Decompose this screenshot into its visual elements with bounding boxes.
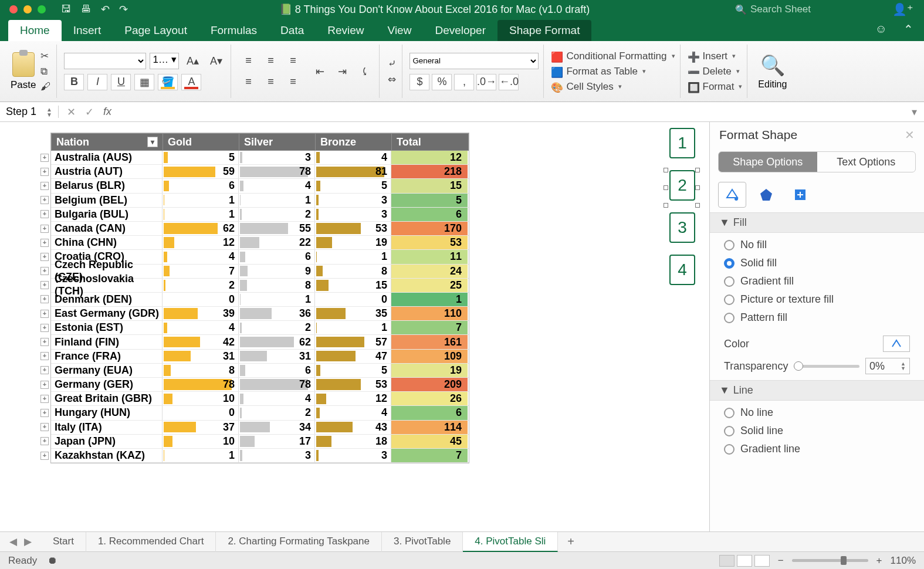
line-option-gradient-line[interactable]: Gradient line bbox=[724, 443, 910, 455]
slicer-shape-4[interactable]: 4 bbox=[669, 255, 695, 285]
increase-font-icon[interactable]: A▴ bbox=[182, 53, 202, 69]
emoji-icon[interactable]: ☺ bbox=[875, 22, 887, 36]
align-right-icon[interactable]: ≡ bbox=[283, 74, 303, 90]
wrap-text-icon[interactable]: ⤶ bbox=[388, 57, 396, 70]
close-window-button[interactable] bbox=[9, 5, 18, 13]
italic-button[interactable]: I bbox=[87, 74, 107, 90]
fill-option-no-fill[interactable]: No fill bbox=[724, 239, 910, 251]
increase-indent-icon[interactable]: ⇥ bbox=[332, 63, 352, 80]
table-row[interactable]: +Finland (FIN)426257161 bbox=[51, 335, 469, 349]
expand-icon[interactable]: + bbox=[40, 395, 49, 403]
shape-options-tab[interactable]: Shape Options bbox=[719, 152, 817, 172]
expand-icon[interactable]: + bbox=[40, 154, 49, 162]
fill-color-button[interactable]: 🪣 bbox=[158, 74, 178, 90]
table-row[interactable]: +France (FRA)313147109 bbox=[51, 350, 469, 364]
find-icon[interactable]: 🔍 bbox=[761, 53, 784, 77]
decrease-indent-icon[interactable]: ⇤ bbox=[310, 63, 330, 80]
search-input[interactable] bbox=[750, 4, 868, 15]
table-row[interactable]: +Kazakhstan (KAZ)1337 bbox=[51, 449, 469, 463]
accept-formula-icon[interactable]: ✓ bbox=[85, 106, 94, 118]
expand-icon[interactable]: + bbox=[40, 267, 49, 275]
prev-sheet-icon[interactable]: ◀ bbox=[9, 536, 17, 548]
align-bottom-icon[interactable]: ≡ bbox=[283, 53, 303, 69]
ribbon-tab-formulas[interactable]: Formulas bbox=[199, 20, 269, 41]
expand-icon[interactable]: + bbox=[40, 409, 49, 417]
copy-icon[interactable]: ⧉ bbox=[40, 66, 50, 77]
zoom-level[interactable]: 110% bbox=[891, 555, 916, 567]
table-row[interactable]: +Estonia (EST)4217 bbox=[51, 321, 469, 335]
comma-icon[interactable]: , bbox=[454, 74, 474, 90]
currency-icon[interactable]: $ bbox=[409, 74, 429, 90]
table-row[interactable]: +East Germany (GDR)393635110 bbox=[51, 307, 469, 321]
decrease-decimal-icon[interactable]: ←.0 bbox=[499, 74, 519, 90]
fill-option-picture-or-texture-fill[interactable]: Picture or texture fill bbox=[724, 293, 910, 306]
font-size-selector[interactable]: 1… ▾ bbox=[150, 53, 179, 69]
filter-icon[interactable]: ▾ bbox=[147, 137, 158, 147]
expand-icon[interactable]: + bbox=[40, 253, 49, 261]
zoom-in-icon[interactable]: + bbox=[876, 555, 882, 567]
cut-icon[interactable]: ✂ bbox=[40, 50, 50, 62]
increase-decimal-icon[interactable]: .0→ bbox=[476, 74, 496, 90]
expand-icon[interactable]: + bbox=[40, 196, 49, 204]
expand-icon[interactable]: + bbox=[40, 225, 49, 233]
table-row[interactable]: +Austria (AUT)597881218 bbox=[51, 165, 469, 179]
format-painter-icon[interactable]: 🖌 bbox=[40, 81, 50, 93]
expand-icon[interactable]: + bbox=[40, 352, 49, 360]
fill-color-picker[interactable] bbox=[883, 336, 910, 352]
sheet-tab[interactable]: 2. Charting Formating Taskpane bbox=[216, 532, 382, 552]
name-box[interactable]: Step 1 ▲▼ bbox=[0, 106, 59, 118]
table-row[interactable]: +Germany (GER)787853209 bbox=[51, 378, 469, 392]
fill-option-gradient-fill[interactable]: Gradient fill bbox=[724, 275, 910, 287]
expand-icon[interactable]: + bbox=[40, 381, 49, 389]
expand-icon[interactable]: + bbox=[40, 366, 49, 374]
table-row[interactable]: +Japan (JPN)10171845 bbox=[51, 435, 469, 449]
paste-icon[interactable] bbox=[12, 52, 35, 77]
ribbon-tab-review[interactable]: Review bbox=[316, 20, 375, 41]
table-row[interactable]: +Australia (AUS)53412 bbox=[51, 151, 469, 165]
table-row[interactable]: +Canada (CAN)625553170 bbox=[51, 222, 469, 236]
fill-option-pattern-fill[interactable]: Pattern fill bbox=[724, 311, 910, 324]
table-row[interactable]: +Italy (ITA)373443114 bbox=[51, 421, 469, 435]
border-button[interactable]: ▦ bbox=[134, 74, 154, 90]
cancel-formula-icon[interactable]: ✕ bbox=[67, 106, 76, 118]
sheet-tab[interactable]: 3. PivotTable bbox=[382, 532, 463, 552]
ribbon-tab-view[interactable]: View bbox=[376, 20, 424, 41]
expand-icon[interactable]: + bbox=[40, 310, 49, 318]
align-center-icon[interactable]: ≡ bbox=[260, 74, 280, 90]
cell-styles-button[interactable]: 🎨Cell Styles ▾ bbox=[551, 81, 675, 93]
expand-icon[interactable]: + bbox=[40, 452, 49, 460]
table-row[interactable]: +Denmark (DEN)0101 bbox=[51, 293, 469, 307]
page-break-view-icon[interactable] bbox=[754, 555, 770, 567]
number-format-selector[interactable]: General bbox=[409, 53, 539, 69]
ribbon-tab-shape-format[interactable]: Shape Format bbox=[497, 20, 591, 41]
normal-view-icon[interactable] bbox=[719, 555, 735, 567]
ribbon-tab-insert[interactable]: Insert bbox=[62, 20, 113, 41]
table-row[interactable]: +Czechoslovakia (TCH)281525 bbox=[51, 279, 469, 293]
table-row[interactable]: +Belarus (BLR)64515 bbox=[51, 179, 469, 193]
effects-tab-icon[interactable] bbox=[752, 182, 780, 208]
format-as-table-button[interactable]: 🟦Format as Table ▾ bbox=[551, 66, 675, 77]
shape-selection[interactable] bbox=[666, 170, 698, 205]
table-row[interactable]: +Great Britain (GBR)1041226 bbox=[51, 392, 469, 406]
undo-icon[interactable]: ↶ bbox=[101, 3, 110, 16]
expand-icon[interactable]: + bbox=[40, 239, 49, 247]
expand-icon[interactable]: + bbox=[40, 324, 49, 332]
table-row[interactable]: +Hungary (HUN)0246 bbox=[51, 406, 469, 420]
ribbon-tab-developer[interactable]: Developer bbox=[423, 20, 497, 41]
header-bronze[interactable]: Bronze bbox=[316, 134, 392, 150]
align-middle-icon[interactable]: ≡ bbox=[260, 53, 280, 69]
expand-icon[interactable]: + bbox=[40, 168, 49, 176]
underline-button[interactable]: U bbox=[111, 74, 131, 90]
expand-icon[interactable]: + bbox=[40, 281, 49, 289]
expand-icon[interactable]: + bbox=[40, 423, 49, 431]
table-row[interactable]: +Germany (EUA)86519 bbox=[51, 364, 469, 378]
header-total[interactable]: Total bbox=[392, 134, 468, 150]
orientation-icon[interactable]: ⤹ bbox=[354, 63, 374, 80]
save-icon[interactable]: 🖫 bbox=[61, 3, 72, 16]
expand-icon[interactable]: + bbox=[40, 210, 49, 218]
ribbon-tab-home[interactable]: Home bbox=[8, 20, 62, 41]
ribbon-tab-data[interactable]: Data bbox=[269, 20, 316, 41]
insert-cells-button[interactable]: ➕Insert ▾ bbox=[688, 50, 743, 62]
expand-icon[interactable]: + bbox=[40, 182, 49, 190]
expand-formula-bar-icon[interactable]: ▾ bbox=[905, 106, 924, 118]
